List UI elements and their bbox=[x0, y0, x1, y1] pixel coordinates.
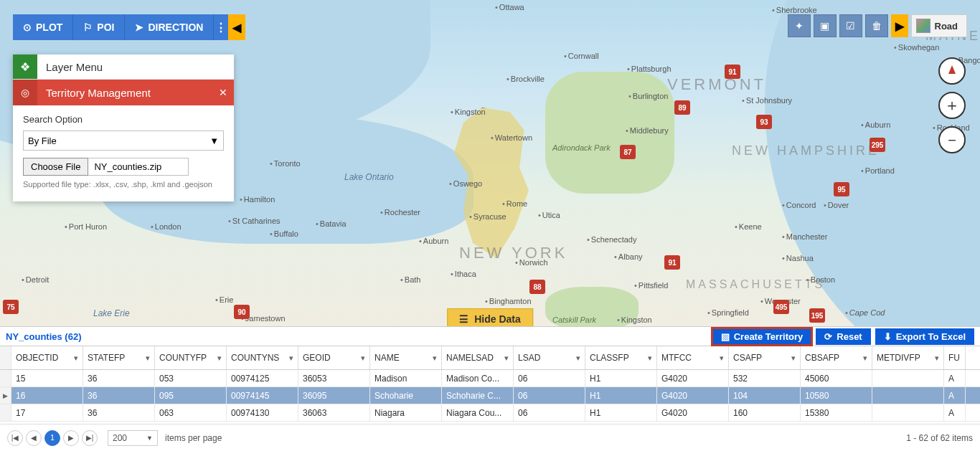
filter-icon[interactable]: ▾ bbox=[504, 353, 509, 363]
grid-title-row: NY_counties (62) ▧Create Territory ⟳Rese… bbox=[0, 327, 980, 346]
col-header[interactable]: FU bbox=[944, 346, 966, 369]
city-label: Binghamton bbox=[485, 297, 532, 305]
list-icon: ☰ bbox=[459, 313, 468, 325]
search-mode-select[interactable]: By File ▼ bbox=[23, 130, 224, 151]
row-handle[interactable]: ▶ bbox=[0, 387, 11, 404]
filter-icon[interactable]: ▾ bbox=[146, 353, 150, 363]
city-label: Bath bbox=[400, 275, 421, 284]
filter-icon[interactable]: ▾ bbox=[720, 353, 724, 363]
city-label: Sherbrooke bbox=[772, 6, 817, 14]
cell-cbsafp: 45060 bbox=[801, 370, 872, 386]
export-icon: ⬇ bbox=[884, 331, 892, 342]
cell-metdivfp bbox=[872, 370, 944, 386]
col-header[interactable]: COUNTYFP▾ bbox=[155, 346, 227, 369]
toolbar-more-button[interactable]: ⋮ bbox=[214, 14, 228, 40]
poi-button[interactable]: ⚐POI bbox=[73, 14, 125, 40]
table-row[interactable]: ▶16360950097414536095SchoharieSchoharie … bbox=[0, 387, 980, 404]
close-icon[interactable]: ✕ bbox=[212, 87, 234, 98]
cell-geoid: 36095 bbox=[298, 387, 370, 404]
filter-icon[interactable]: ▾ bbox=[935, 353, 939, 363]
col-header[interactable]: LSAD▾ bbox=[514, 346, 585, 369]
filter-icon[interactable]: ▾ bbox=[74, 353, 78, 363]
col-header[interactable]: CSAFP▾ bbox=[729, 346, 801, 369]
row-handle[interactable] bbox=[0, 404, 11, 421]
row-selector-header[interactable] bbox=[0, 346, 11, 369]
city-label: Plattsburgh bbox=[627, 65, 672, 73]
city-label: Kingston bbox=[451, 108, 486, 116]
filter-icon[interactable]: ▾ bbox=[289, 353, 293, 363]
create-territory-button[interactable]: ▧Create Territory bbox=[712, 328, 812, 345]
toolbar-expand-button[interactable]: ▶ bbox=[891, 14, 908, 37]
pager-next[interactable]: ▶ bbox=[63, 430, 79, 446]
page-size-value: 200 bbox=[113, 433, 127, 443]
col-header[interactable]: NAME▾ bbox=[370, 346, 442, 369]
col-header[interactable]: OBJECTID▾ bbox=[11, 346, 83, 369]
col-header[interactable]: STATEFP▾ bbox=[83, 346, 155, 369]
direction-icon: ➤ bbox=[135, 22, 143, 33]
map-tools-toolbar: ✦ ▣ ☑ 🗑 ▶ Road bbox=[785, 14, 968, 37]
col-header[interactable]: CBSAFP▾ bbox=[801, 346, 872, 369]
file-name-field[interactable]: NY_counties.zip bbox=[88, 158, 189, 176]
park-label: Catskill Park bbox=[552, 315, 596, 324]
highway-shield: 195 bbox=[809, 308, 825, 323]
city-label: London bbox=[151, 222, 182, 231]
filter-icon[interactable]: ▾ bbox=[863, 353, 867, 363]
check-select-button[interactable]: ☑ bbox=[839, 14, 862, 37]
zoom-in-button[interactable]: ＋ bbox=[938, 92, 966, 119]
city-label: Cornwall bbox=[564, 52, 599, 60]
pager-last[interactable]: ▶| bbox=[82, 430, 98, 446]
highway-shield: 495 bbox=[773, 300, 789, 314]
zoom-out-button[interactable]: － bbox=[938, 126, 966, 153]
compass-button[interactable] bbox=[938, 57, 966, 85]
col-header[interactable]: GEOID▾ bbox=[298, 346, 370, 369]
toolbar-collapse-button[interactable]: ◀ bbox=[228, 14, 245, 40]
chevron-down-icon: ▼ bbox=[146, 435, 153, 442]
pager-prev[interactable]: ◀ bbox=[26, 430, 42, 446]
state-label-vt: VERMONT bbox=[667, 75, 766, 94]
page-size-select[interactable]: 200 ▼ bbox=[108, 430, 158, 446]
city-label: Auburn bbox=[419, 237, 448, 245]
filter-icon[interactable]: ▾ bbox=[648, 353, 652, 363]
file-hint: Supported file type: .xlsx, .csv, .shp, … bbox=[23, 180, 224, 189]
city-label: Rome bbox=[502, 199, 527, 208]
layer-menu-header[interactable]: ❖ Layer Menu bbox=[13, 54, 234, 80]
reset-label: Reset bbox=[837, 331, 862, 342]
pager-page-current[interactable]: 1 bbox=[44, 430, 60, 446]
box-select-button[interactable]: ▣ bbox=[814, 14, 837, 37]
cell-fu: A bbox=[944, 370, 966, 386]
highway-shield: 90 bbox=[234, 305, 250, 319]
hide-data-label: Hide Data bbox=[474, 313, 521, 325]
filter-icon[interactable]: ▾ bbox=[791, 353, 796, 363]
col-header[interactable]: CLASSFP▾ bbox=[585, 346, 657, 369]
table-row[interactable]: 15360530097412536053MadisonMadison Co...… bbox=[0, 370, 980, 387]
col-header[interactable]: METDIVFP▾ bbox=[872, 346, 944, 369]
col-header[interactable]: COUNTYNS▾ bbox=[227, 346, 298, 369]
cell-mtfcc: G4020 bbox=[657, 404, 729, 421]
choose-file-button[interactable]: Choose File bbox=[23, 158, 88, 176]
filter-icon[interactable]: ▾ bbox=[361, 353, 365, 363]
city-label: Pittsfield bbox=[634, 281, 668, 290]
reset-button[interactable]: ⟳Reset bbox=[816, 328, 870, 345]
filter-icon[interactable]: ▾ bbox=[217, 353, 222, 363]
city-label: Nashua bbox=[782, 254, 814, 262]
delete-button[interactable]: 🗑 bbox=[865, 14, 888, 37]
cell-classfp: H1 bbox=[585, 387, 657, 404]
city-label: Boston bbox=[806, 275, 835, 284]
poi-icon: ⚐ bbox=[83, 22, 93, 33]
pager-first[interactable]: |◀ bbox=[7, 430, 23, 446]
filter-icon[interactable]: ▾ bbox=[433, 353, 437, 363]
direction-button[interactable]: ➤DIRECTION bbox=[125, 14, 214, 40]
select-tool-button[interactable]: ✦ bbox=[788, 14, 811, 37]
row-handle[interactable] bbox=[0, 370, 11, 386]
grid-actions: ▧Create Territory ⟳Reset ⬇Export To Exce… bbox=[712, 328, 974, 345]
basemap-dropdown[interactable]: Road bbox=[911, 14, 968, 37]
export-excel-button[interactable]: ⬇Export To Excel bbox=[875, 328, 974, 345]
filter-icon[interactable]: ▾ bbox=[576, 353, 580, 363]
plot-button[interactable]: ⊙PLOT bbox=[13, 14, 73, 40]
search-mode-value: By File bbox=[28, 136, 57, 146]
col-header[interactable]: MTFCC▾ bbox=[657, 346, 729, 369]
city-label: Keene bbox=[735, 222, 762, 231]
highway-shield: 88 bbox=[529, 280, 545, 294]
table-row[interactable]: 17360630097413036063NiagaraNiagara Cou..… bbox=[0, 404, 980, 422]
col-header[interactable]: NAMELSAD▾ bbox=[442, 346, 514, 369]
